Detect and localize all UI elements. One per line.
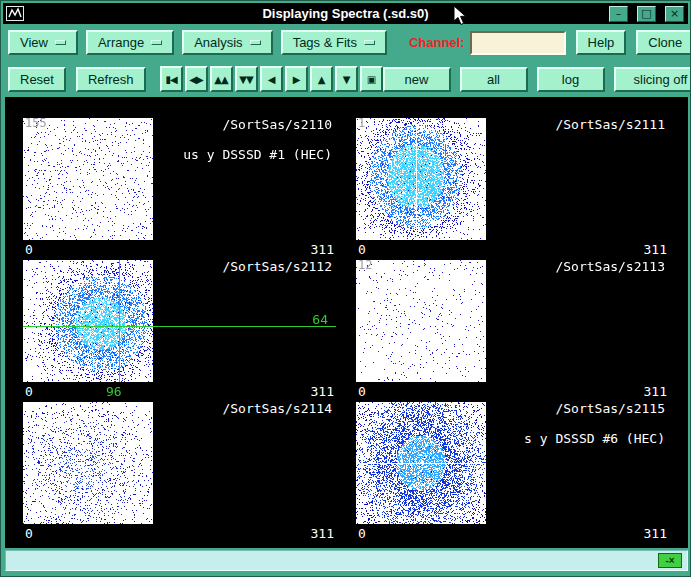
scatter-canvas (356, 260, 486, 382)
spectrum-panel-s2115[interactable]: /SortSas/s2115 s y DSSSD #6 (HEC) 0 311 (356, 400, 669, 540)
panel-title: /SortSas/s2112 (222, 259, 332, 274)
axis-min-label: 0 (358, 242, 366, 257)
menu-view[interactable]: View (8, 30, 78, 55)
plot-area[interactable] (356, 260, 669, 382)
nav-page-up-button[interactable]: ▲▲ (210, 66, 233, 92)
scatter-canvas (23, 118, 153, 240)
refresh-button[interactable]: Refresh (76, 67, 146, 92)
nav-button-group: ▮◀◀▶▲▲▼▼◀▶▲▼▣ (160, 66, 383, 92)
axis-max-label: 311 (644, 384, 667, 399)
panel-title: /SortSas/s2113 (555, 259, 665, 274)
axis-min-label: 0 (358, 526, 366, 541)
plot-area[interactable] (23, 402, 336, 524)
nav-grid-layout-button[interactable]: ▣ (360, 66, 383, 92)
axis-max-label: 311 (311, 526, 334, 541)
help-button[interactable]: Help (576, 30, 627, 55)
option-indicator-icon (364, 40, 375, 45)
new-button[interactable]: new (383, 67, 451, 92)
app-window: Displaying Spectra (.sd.s0) –□× ViewArra… (0, 0, 691, 577)
status-bar: -× (5, 550, 688, 571)
marker-label: 64 (312, 312, 328, 327)
minimize-button[interactable]: – (609, 6, 628, 22)
hline-marker (356, 463, 486, 464)
option-indicator-icon (55, 40, 66, 45)
marker-label: 96 (106, 384, 122, 399)
menu-label: Tags & Fits (293, 35, 357, 50)
panel-subtitle: us y DSSSD #1 (HEC) (183, 147, 332, 162)
action-button-group: newalllogslicing off (383, 67, 691, 92)
axis-min-label: 0 (358, 384, 366, 399)
axis-max-label: 311 (644, 242, 667, 257)
vline-marker (119, 260, 120, 382)
nav-up-button[interactable]: ▲ (310, 66, 333, 92)
resize-widget[interactable]: -× (658, 553, 682, 568)
mouse-cursor (453, 5, 467, 30)
log-button[interactable]: log (537, 67, 605, 92)
hline-marker (23, 326, 336, 327)
nav-down-button[interactable]: ▼ (335, 66, 358, 92)
spectrum-panel-s2114[interactable]: /SortSas/s2114 0 311 (23, 400, 336, 540)
titlebar-buttons: –□× (609, 6, 684, 22)
vline-marker (416, 118, 417, 240)
clone-button[interactable]: Clone (636, 30, 691, 55)
axis-max-label: 311 (644, 526, 667, 541)
plot-area[interactable] (23, 260, 336, 382)
panel-title: /SortSas/s2111 (555, 117, 665, 132)
panel-title: /SortSas/s2110 (222, 117, 332, 132)
nav-page-down-button[interactable]: ▼▼ (235, 66, 258, 92)
spectra-area: 155 /SortSas/s2110 us y DSSSD #1 (HEC) 0… (5, 97, 688, 548)
window-title: Displaying Spectra (.sd.s0) (3, 6, 688, 21)
panel-count: 1 (358, 116, 365, 130)
scatter-canvas (356, 118, 486, 240)
toolbar: Reset Refresh ▮◀◀▶▲▲▼▼◀▶▲▼▣ newalllogsli… (3, 61, 688, 97)
axis-min-label: 0 (25, 242, 33, 257)
nav-expand-button[interactable]: ◀▶ (185, 66, 208, 92)
menu-label: Analysis (194, 35, 242, 50)
menu-group: ViewArrangeAnalysisTags & Fits (8, 30, 395, 55)
plot-area[interactable] (23, 118, 336, 240)
menu-arrange[interactable]: Arrange (86, 30, 174, 55)
panel-subtitle: s y DSSSD #6 (HEC) (524, 431, 665, 446)
spectrum-panel-s2113[interactable]: 12 /SortSas/s2113 0 311 (356, 258, 669, 398)
spectrum-panel-s2110[interactable]: 155 /SortSas/s2110 us y DSSSD #1 (HEC) 0… (23, 116, 336, 256)
menu-label: View (20, 35, 48, 50)
scatter-canvas (23, 402, 153, 524)
panel-title: /SortSas/s2115 (555, 401, 665, 416)
axis-max-label: 311 (311, 242, 334, 257)
axis-max-label: 311 (311, 384, 334, 399)
option-indicator-icon (151, 40, 162, 45)
panel-title: /SortSas/s2114 (222, 401, 332, 416)
plot-area[interactable] (356, 118, 669, 240)
spectrum-panel-s2112[interactable]: /SortSas/s2112 0 311 6496 (23, 258, 336, 398)
channel-label: Channel: (409, 35, 465, 50)
menu-label: Arrange (98, 35, 144, 50)
nav-left-button[interactable]: ◀ (260, 66, 283, 92)
nav-right-button[interactable]: ▶ (285, 66, 308, 92)
close-button[interactable]: × (665, 6, 684, 22)
spectrum-panel-s2111[interactable]: 1 /SortSas/s2111 0 311 (356, 116, 669, 256)
reset-button[interactable]: Reset (8, 67, 66, 92)
nav-skip-first-button[interactable]: ▮◀ (160, 66, 183, 92)
titlebar[interactable]: Displaying Spectra (.sd.s0) –□× (3, 3, 688, 24)
panel-count: 155 (25, 116, 47, 130)
scatter-canvas (23, 260, 153, 382)
all-button[interactable]: all (460, 67, 528, 92)
menu-analysis[interactable]: Analysis (182, 30, 272, 55)
channel-input[interactable] (470, 31, 566, 55)
menubar: ViewArrangeAnalysisTags & Fits Channel: … (3, 24, 688, 61)
option-indicator-icon (250, 40, 261, 45)
axis-min-label: 0 (25, 526, 33, 541)
panel-count: 12 (358, 258, 372, 272)
window-menu-icon[interactable] (6, 6, 24, 21)
menu-tags-fits[interactable]: Tags & Fits (281, 30, 387, 55)
slicing-button[interactable]: slicing off (614, 67, 691, 92)
maximize-button[interactable]: □ (637, 6, 656, 22)
axis-min-label: 0 (25, 384, 33, 399)
